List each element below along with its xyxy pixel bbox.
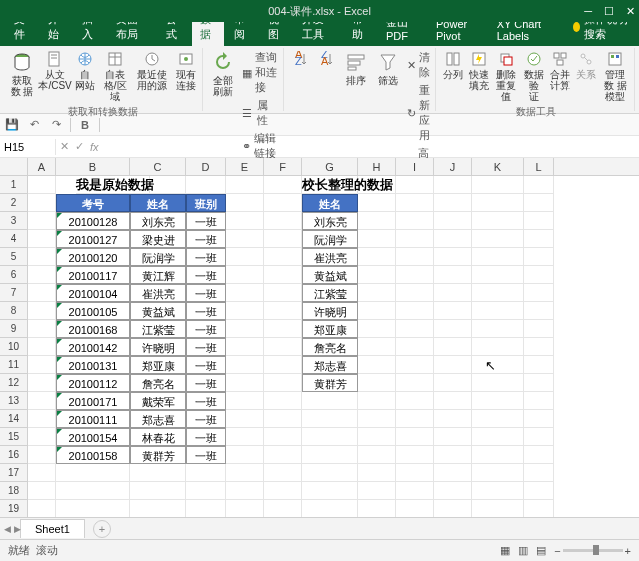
confirm-formula-icon[interactable]: ✓ [75,140,84,153]
minimize-button[interactable]: ─ [584,5,592,18]
cell[interactable] [358,176,396,194]
cell[interactable]: 一班 [186,338,226,356]
cell[interactable] [28,338,56,356]
reapply-item[interactable]: ↻重新应用 [407,82,430,144]
cell[interactable]: 崔洪亮 [302,248,358,266]
cell[interactable]: 20100105 [56,302,130,320]
cell[interactable]: 黄益斌 [130,302,186,320]
data-model-button[interactable]: 管理数 据模型 [600,48,631,104]
cancel-formula-icon[interactable]: ✕ [60,140,69,153]
row-header[interactable]: 17 [0,464,28,482]
row-header[interactable]: 10 [0,338,28,356]
cell[interactable] [130,464,186,482]
bold-icon[interactable]: B [77,117,93,133]
cell[interactable] [358,320,396,338]
cell[interactable]: 20100158 [56,446,130,464]
cell[interactable] [358,392,396,410]
cell[interactable] [302,446,358,464]
cell[interactable]: 一班 [186,374,226,392]
clear-filter-item[interactable]: ✕清除 [407,49,430,81]
cell[interactable] [264,392,302,410]
cell[interactable] [434,176,472,194]
cell[interactable] [524,410,554,428]
cell[interactable] [28,392,56,410]
cell[interactable]: 戴荣军 [130,392,186,410]
cell[interactable] [186,482,226,500]
view-pagebreak-icon[interactable]: ▤ [536,544,546,557]
cell[interactable]: 黄群芳 [130,446,186,464]
cell[interactable] [226,266,264,284]
cell[interactable]: 黄江辉 [130,266,186,284]
cell[interactable]: 一班 [186,428,226,446]
cell[interactable] [302,464,358,482]
save-icon[interactable]: 💾 [4,117,20,133]
cell[interactable] [434,194,472,212]
cell[interactable] [524,302,554,320]
cell[interactable] [434,302,472,320]
cell[interactable] [524,212,554,230]
zoom-control[interactable]: − + [554,545,631,557]
cell[interactable] [396,482,434,500]
sheet-nav-icons[interactable]: ◀ ▶ [4,524,21,534]
cell[interactable] [264,284,302,302]
cell[interactable] [524,320,554,338]
cell[interactable] [226,338,264,356]
flash-fill-button[interactable]: 快速填充 [467,48,491,93]
from-web-button[interactable]: 自 网站 [73,48,97,93]
cell[interactable] [524,446,554,464]
cell[interactable] [434,230,472,248]
col-header[interactable]: D [186,158,226,175]
cell[interactable]: 一班 [186,446,226,464]
cell[interactable]: 郑志喜 [302,356,358,374]
cell[interactable] [56,482,130,500]
cell[interactable] [472,428,524,446]
name-box[interactable]: H15 [0,139,56,155]
cell[interactable]: 崔洪亮 [130,284,186,302]
cell[interactable] [28,410,56,428]
cell[interactable]: 一班 [186,392,226,410]
row-header[interactable]: 14 [0,410,28,428]
fx-icon[interactable]: fx [90,141,99,153]
cell[interactable] [226,464,264,482]
col-header[interactable]: K [472,158,524,175]
cell[interactable] [472,212,524,230]
cell[interactable] [396,266,434,284]
cell[interactable] [434,338,472,356]
select-all-corner[interactable] [0,158,28,175]
cell[interactable] [226,320,264,338]
cell[interactable] [130,482,186,500]
cell[interactable] [28,302,56,320]
cell[interactable] [130,500,186,518]
cell[interactable] [28,320,56,338]
cell[interactable] [302,428,358,446]
cell[interactable] [472,392,524,410]
row-header[interactable]: 13 [0,392,28,410]
properties-item[interactable]: ☰属性 [242,97,278,129]
close-button[interactable]: ✕ [626,5,635,18]
consolidate-button[interactable]: 合并计算 [548,48,572,93]
cell[interactable]: 一班 [186,248,226,266]
cell[interactable]: 20100111 [56,410,130,428]
cell[interactable] [434,446,472,464]
cell[interactable] [434,356,472,374]
col-header[interactable]: H [358,158,396,175]
cell[interactable] [358,284,396,302]
cell[interactable] [264,428,302,446]
cell[interactable] [396,392,434,410]
cell[interactable]: 詹亮名 [130,374,186,392]
from-text-csv-button[interactable]: 从文本/CSV [39,48,71,93]
row-header[interactable]: 2 [0,194,28,212]
cell[interactable] [358,482,396,500]
row-header[interactable]: 4 [0,230,28,248]
cell[interactable] [524,230,554,248]
cell[interactable] [434,410,472,428]
cell[interactable]: 20100120 [56,248,130,266]
cell[interactable] [472,266,524,284]
cell[interactable] [264,500,302,518]
cell[interactable] [358,374,396,392]
cell[interactable] [396,320,434,338]
zoom-out-icon[interactable]: − [554,545,560,557]
cell[interactable] [396,248,434,266]
cell[interactable] [28,356,56,374]
cell[interactable] [28,374,56,392]
